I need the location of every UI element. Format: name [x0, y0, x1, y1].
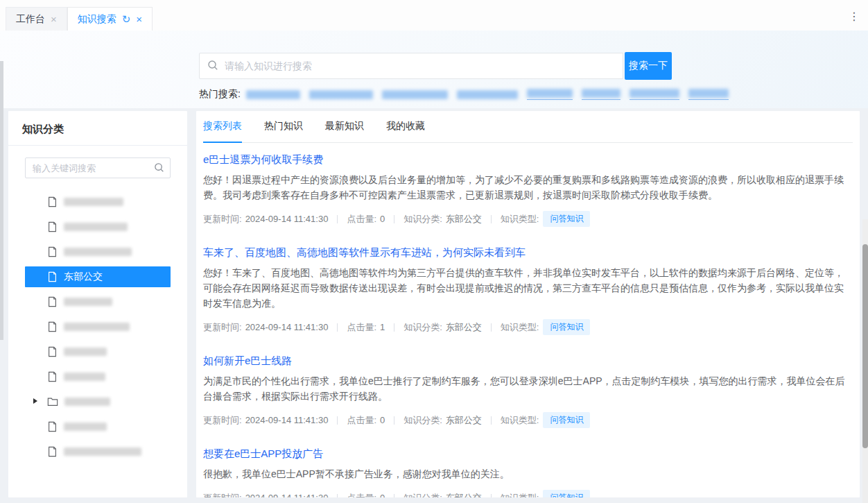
- category-item-redacted[interactable]: [25, 189, 171, 214]
- tab-hot-knowledge[interactable]: 热门知识: [264, 120, 303, 142]
- meta-type-label: 知识类型:: [501, 492, 539, 498]
- meta-updated-value: 2024-09-14 11:41:30: [245, 415, 329, 425]
- more-menu-icon[interactable]: ⋮: [849, 10, 860, 23]
- knowledge-type-badge[interactable]: 问答知识: [543, 412, 590, 428]
- left-scrollbar-thumb[interactable]: [0, 61, 3, 340]
- page-body: 知识分类: [0, 108, 868, 503]
- document-icon: [47, 371, 58, 382]
- meta-type-label: 知识类型:: [501, 321, 539, 334]
- meta-category-value: 东部公交: [446, 321, 482, 334]
- refresh-icon[interactable]: ↻: [122, 14, 131, 24]
- document-icon: [47, 446, 58, 457]
- expand-caret-icon[interactable]: [33, 398, 37, 404]
- category-item-redacted[interactable]: [25, 364, 171, 389]
- article-summary: 为满足市民的个性化出行需求，我单位e巴士推行了定制约车服务，您可以登录深圳e巴士…: [203, 373, 853, 404]
- meta-clicks-label: 点击量:: [347, 213, 376, 225]
- knowledge-type-badge[interactable]: 问答知识: [543, 319, 590, 335]
- close-icon[interactable]: ×: [136, 14, 142, 24]
- knowledge-search-input[interactable]: [199, 53, 623, 79]
- meta-updated-label: 更新时间:: [203, 213, 242, 225]
- meta-category-value: 东部公交: [446, 492, 482, 498]
- hot-search-link-redacted[interactable]: [582, 89, 620, 100]
- article-meta: 更新时间: 2024-09-14 11:41:30 点击量: 0 知识分类: 东…: [203, 490, 853, 497]
- article-meta: 更新时间: 2024-09-14 11:41:30 点击量: 0 知识分类: 东…: [203, 412, 853, 428]
- meta-divider: [491, 494, 492, 498]
- category-item-redacted[interactable]: [25, 414, 171, 439]
- hot-search-link-redacted[interactable]: [246, 90, 300, 99]
- category-item-redacted[interactable]: [25, 314, 171, 339]
- article-title-link[interactable]: e巴士退票为何收取手续费: [203, 153, 323, 167]
- hot-search-link-redacted[interactable]: [630, 89, 679, 100]
- article-title-link[interactable]: 想要在e巴士APP投放广告: [203, 447, 323, 461]
- knowledge-type-badge[interactable]: 问答知识: [543, 490, 590, 497]
- meta-divider: [491, 416, 492, 425]
- meta-updated-value: 2024-09-14 11:41:30: [245, 214, 329, 224]
- meta-updated-value: 2024-09-14 11:41:30: [245, 322, 329, 332]
- meta-clicks-value: 0: [380, 415, 385, 425]
- meta-clicks-value: 1: [380, 322, 385, 332]
- article-title-link[interactable]: 车来了、百度地图、高德地图等软件显示有车进站，为何实际未看到车: [203, 246, 526, 259]
- meta-updated-label: 更新时间:: [203, 321, 242, 334]
- hot-search-links: [246, 89, 738, 100]
- document-icon: [47, 221, 58, 232]
- meta-clicks-label: 点击量:: [347, 414, 376, 427]
- document-icon: [47, 321, 58, 332]
- tab-search-list[interactable]: 搜索列表: [203, 120, 242, 143]
- hot-search-link-redacted[interactable]: [688, 89, 729, 100]
- category-sidebar: 知识分类: [8, 111, 187, 497]
- category-item-folder-redacted[interactable]: [25, 389, 171, 414]
- meta-divider: [491, 323, 492, 332]
- article-item: 如何新开e巴士线路 为满足市民的个性化出行需求，我单位e巴士推行了定制约车服务，…: [203, 344, 853, 437]
- document-icon: [47, 246, 58, 257]
- meta-clicks-value: 0: [380, 493, 385, 497]
- article-item: 车来了、百度地图、高德地图等软件显示有车进站，为何实际未看到车 您好！车来了、百…: [203, 236, 853, 344]
- category-item-dongbu-bus[interactable]: 东部公交: [25, 266, 171, 287]
- folder-icon: [47, 397, 58, 407]
- category-item-redacted[interactable]: [25, 214, 171, 239]
- hot-search-link-redacted[interactable]: [309, 90, 373, 99]
- hot-search-label: 热门搜索:: [199, 88, 241, 101]
- document-icon: [47, 421, 58, 432]
- category-filter-box: [25, 157, 171, 178]
- document-icon: [47, 346, 58, 357]
- tab-workbench-label: 工作台: [16, 13, 45, 26]
- sidebar-header: 知识分类: [8, 111, 187, 146]
- search-button[interactable]: 搜索一下: [625, 52, 672, 80]
- meta-divider: [394, 323, 394, 332]
- category-item-redacted[interactable]: [25, 289, 171, 314]
- article-title-link[interactable]: 如何新开e巴士线路: [203, 355, 292, 368]
- vertical-scrollbar-thumb[interactable]: [862, 244, 868, 448]
- category-filter-input[interactable]: [25, 157, 171, 178]
- meta-category-value: 东部公交: [446, 414, 482, 427]
- knowledge-search-box: [199, 53, 623, 79]
- tab-latest-knowledge[interactable]: 最新知识: [325, 120, 364, 142]
- document-icon: [47, 271, 58, 282]
- category-item-redacted[interactable]: [25, 339, 171, 364]
- hot-search-link-redacted[interactable]: [382, 90, 448, 99]
- meta-updated-label: 更新时间:: [203, 492, 242, 498]
- tab-my-favorites[interactable]: 我的收藏: [386, 120, 425, 142]
- meta-clicks-label: 点击量:: [347, 321, 376, 334]
- hot-search-link-redacted[interactable]: [457, 90, 518, 99]
- meta-divider: [394, 215, 394, 223]
- category-item-redacted[interactable]: [25, 439, 171, 464]
- category-list: 东部公交: [25, 189, 171, 464]
- article-meta: 更新时间: 2024-09-14 11:41:30 点击量: 1 知识分类: 东…: [203, 319, 853, 335]
- article-item: 想要在e巴士APP投放广告 很抱歉，我单位e巴士APP暂不承接广告业务，感谢您对…: [203, 437, 853, 497]
- meta-divider: [337, 215, 338, 223]
- search-icon: [207, 60, 218, 74]
- tab-workbench[interactable]: 工作台 ×: [6, 7, 67, 31]
- category-item-redacted[interactable]: [25, 239, 171, 264]
- knowledge-type-badge[interactable]: 问答知识: [543, 211, 590, 227]
- tab-knowledge-search[interactable]: 知识搜索 ↻ ×: [67, 7, 153, 31]
- document-icon: [47, 196, 58, 207]
- meta-type-label: 知识类型:: [501, 213, 539, 225]
- close-icon[interactable]: ×: [51, 14, 57, 24]
- meta-divider: [337, 494, 338, 498]
- meta-divider: [491, 215, 492, 223]
- meta-divider: [394, 494, 394, 498]
- hot-search-link-redacted[interactable]: [527, 89, 573, 100]
- meta-category-label: 知识分类:: [403, 414, 442, 427]
- results-tabs: 搜索列表 热门知识 最新知识 我的收藏: [203, 111, 853, 143]
- search-section: 搜索一下 热门搜索:: [0, 31, 868, 108]
